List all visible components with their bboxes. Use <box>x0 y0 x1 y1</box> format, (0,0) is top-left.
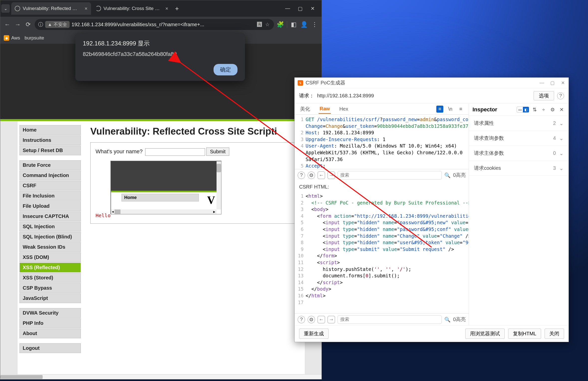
tab-raw[interactable]: Raw <box>319 104 331 114</box>
inspector-row[interactable]: 请求查询参数4⌄ <box>469 131 569 146</box>
site-info-icon[interactable]: ⓘ <box>38 21 43 28</box>
maximize-icon[interactable]: ▢ <box>297 5 304 11</box>
reload-button[interactable]: ⟳ <box>24 20 32 28</box>
search-input[interactable] <box>338 171 442 180</box>
new-tab-button[interactable]: + <box>173 4 181 13</box>
help-icon[interactable]: ? <box>298 172 305 179</box>
close-icon[interactable]: ✕ <box>560 80 566 86</box>
close-tab-icon[interactable]: × <box>165 6 168 11</box>
address-bar[interactable]: ⓘ ▲ 不安全 192.168.1.234:8999/vulnerabiliti… <box>35 19 274 30</box>
sidebar-item[interactable]: CSRF <box>19 181 81 190</box>
horizontal-scrollbar[interactable] <box>111 209 217 214</box>
scroll-left-icon[interactable]: ◄ <box>111 209 115 214</box>
regenerate-button[interactable]: 重新生成 <box>299 329 329 339</box>
minimize-icon[interactable]: — <box>539 80 545 86</box>
insecure-badge[interactable]: ▲ 不安全 <box>45 21 70 28</box>
close-inspector-icon[interactable]: ✕ <box>558 106 565 113</box>
sidebar-item[interactable]: SQL Injection (Blind) <box>19 232 81 242</box>
sidebar-item[interactable]: Setup / Reset DB <box>19 146 81 155</box>
menu-icon[interactable]: ⋮ <box>311 20 319 28</box>
raw-request-editor[interactable]: 1GET /vulnerabilities/csrf/?password_new… <box>295 115 469 169</box>
sidebar-item[interactable]: Logout <box>19 343 81 353</box>
request-row: 请求： http://192.168.1.234:8999 选项 ? <box>295 88 569 104</box>
extensions-icon[interactable]: 🧩 <box>276 20 284 28</box>
test-in-browser-button[interactable]: 用浏览器测试 <box>465 329 505 339</box>
tab-search-dropdown[interactable]: ⌄ <box>1 4 10 13</box>
sidebar-item[interactable]: File Inclusion <box>19 191 81 201</box>
submit-button[interactable]: Submit <box>206 148 229 156</box>
inspector-label: 请求属性 <box>474 120 553 127</box>
sidebar-item[interactable]: Command Injection <box>19 171 81 180</box>
minimize-icon[interactable]: — <box>284 5 291 11</box>
sidebar-item[interactable]: XSS (Stored) <box>19 273 81 283</box>
sidepanel-icon[interactable]: ◧ <box>290 20 298 28</box>
inspector-label: 请求查询参数 <box>474 135 553 142</box>
tab-hex[interactable]: Hex <box>338 105 349 113</box>
sidebar-item[interactable]: JavaScript <box>19 293 81 303</box>
sidebar-item[interactable]: XSS (DOM) <box>19 252 81 262</box>
help-icon[interactable]: ? <box>557 92 564 99</box>
tab-pretty[interactable]: 美化 <box>299 104 311 114</box>
prev-match-icon[interactable]: ← <box>318 316 325 323</box>
injected-iframe[interactable]: Home V ◄ ► <box>111 161 222 214</box>
xss-form: What's your name? Submit Home V ◄ <box>90 142 297 224</box>
expand-icon[interactable]: ⇅ <box>531 106 538 113</box>
bookmark-burpsuite[interactable]: ↯burpsuite <box>25 35 44 41</box>
menu-icon[interactable]: ≡ <box>457 106 464 113</box>
sidebar-item[interactable]: Weak Session IDs <box>19 242 81 252</box>
vertical-scrollbar[interactable] <box>217 161 221 209</box>
help-icon[interactable]: ? <box>298 316 305 323</box>
burp-titlebar: ↯ CSRF PoC生成器 — ▢ ✕ <box>295 78 569 88</box>
settings-icon[interactable]: ⚙ <box>308 172 315 179</box>
sidebar-item[interactable]: Home <box>19 125 81 135</box>
sidebar-item[interactable]: Insecure CAPTCHA <box>19 211 81 221</box>
sidebar-item[interactable]: CSP Bypass <box>19 283 81 293</box>
search-icon[interactable]: 🔍 <box>444 172 451 178</box>
newline-icon[interactable]: \n <box>447 106 454 113</box>
sidebar-item[interactable]: SQL Injection <box>19 222 81 231</box>
page-horizontal-scrollbar[interactable] <box>0 374 322 379</box>
inspector-count: 2 <box>553 120 556 126</box>
search-input[interactable] <box>338 315 442 324</box>
forward-button[interactable]: → <box>14 20 22 28</box>
bookmark-aws[interactable]: ◆Aws <box>4 35 20 41</box>
back-button[interactable]: ← <box>3 20 11 28</box>
iframe-sidebar-item[interactable]: Home <box>121 194 199 201</box>
inspector-row[interactable]: 请求cookies3⌄ <box>469 161 569 176</box>
profile-icon[interactable]: 👤 <box>300 20 308 28</box>
alert-ok-button[interactable]: 确定 <box>214 64 237 75</box>
sidebar-item[interactable]: PHP Info <box>19 318 81 328</box>
inspector-row[interactable]: 请求主体参数0⌄ <box>469 146 569 161</box>
chrome-toolbar: ← → ⟳ ⓘ ▲ 不安全 192.168.1.234:8999/vulnera… <box>0 17 322 32</box>
sidebar-item[interactable]: Instructions <box>19 135 81 145</box>
search-icon[interactable]: 🔍 <box>444 317 451 323</box>
next-match-icon[interactable]: → <box>328 172 335 179</box>
csrf-html-editor[interactable]: 1<html> 2 <!-- CSRF PoC - generated by B… <box>295 191 469 313</box>
close-tab-icon[interactable]: × <box>85 6 88 11</box>
translate-icon[interactable]: 🅰 <box>256 22 262 27</box>
layout-toggle[interactable]: ▭◧ <box>517 107 529 113</box>
gear-icon[interactable]: ⚙ <box>549 106 556 113</box>
sidebar-item[interactable]: File Upload <box>19 201 81 211</box>
settings-icon[interactable]: ⚙ <box>308 316 315 323</box>
prev-match-icon[interactable]: ← <box>318 172 325 179</box>
sidebar-item[interactable]: About <box>19 329 81 338</box>
close-window-icon[interactable]: ✕ <box>309 5 316 11</box>
inspector-row[interactable]: 请求属性2⌄ <box>469 116 569 131</box>
bookmark-star-icon[interactable]: ☆ <box>264 21 270 27</box>
options-button[interactable]: 选项 <box>534 91 554 100</box>
collapse-icon[interactable]: ÷ <box>540 106 547 113</box>
copy-html-button[interactable]: 复制HTML <box>508 329 541 339</box>
sidebar-item[interactable]: Brute Force <box>19 160 81 170</box>
chevron-down-icon: ⌄ <box>559 135 564 141</box>
next-match-icon[interactable]: → <box>328 316 335 323</box>
browser-tab[interactable]: Vulnerability: Cross Site Requ × <box>92 2 172 15</box>
actions-icon[interactable]: ≡ <box>436 106 443 113</box>
maximize-icon[interactable]: ▢ <box>550 80 555 86</box>
browser-tab-active[interactable]: Vulnerability: Reflected Cross × <box>11 2 91 15</box>
close-button[interactable]: 关闭 <box>545 329 564 339</box>
sidebar-item[interactable]: DVWA Security <box>19 308 81 318</box>
scroll-right-icon[interactable]: ► <box>212 209 217 214</box>
sidebar-item[interactable]: XSS (Reflected) <box>19 263 81 272</box>
name-input[interactable] <box>145 148 205 156</box>
